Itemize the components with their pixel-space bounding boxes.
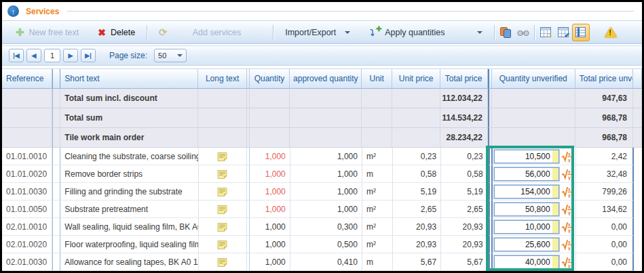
summary-total-price: 28.234,22 (440, 128, 487, 148)
reference-cell: 01.01.0030 (2, 183, 52, 201)
table-row[interactable]: 02.01.0010 Wall sealing, liquid sealing … (2, 218, 642, 236)
delete-x-icon: ✖ (98, 27, 106, 38)
quantity-unverified-cell: x y (493, 148, 576, 165)
collapse-up-arrow-icon[interactable]: ↑ (7, 5, 19, 17)
page-number-input[interactable]: 1 (44, 49, 60, 62)
quantity-unverified-input[interactable] (494, 238, 559, 251)
chevron-down-icon (345, 31, 350, 34)
quantity-cell: 1,000 (250, 165, 290, 183)
warning-triangle-icon[interactable]: ! (605, 27, 617, 37)
total-price-cell: 0,23 (441, 148, 489, 165)
formula-sqrt-xy-icon[interactable]: x y (561, 168, 573, 180)
col-header-unit[interactable]: Unit (362, 69, 392, 89)
table-row[interactable]: 01.01.0010 Cleaning the substrate, coars… (2, 148, 642, 165)
unit-price-cell: 2,65 (393, 201, 441, 218)
quantity-cell: 1,000 (250, 183, 290, 201)
unit-cell: m² (362, 183, 393, 201)
page-size-select[interactable]: 50 (154, 49, 187, 62)
col-header-quantity[interactable]: Quantity (250, 69, 290, 89)
approved-quantity-cell: 1,000 (290, 165, 362, 183)
quantity-unverified-input[interactable] (494, 255, 559, 269)
summary-row: Total sum 114.534,22 968,78 (2, 108, 642, 128)
last-page-button[interactable]: ▶| (81, 49, 96, 62)
svg-text:x: x (568, 152, 571, 156)
new-free-text-label: New free text (29, 28, 79, 37)
view-tree-button[interactable] (572, 24, 590, 41)
delete-button[interactable]: ✖ Delete (88, 24, 145, 41)
approved-quantity-cell: 0,410 (290, 253, 362, 271)
formula-sqrt-xy-icon[interactable]: x y (561, 221, 573, 233)
preview-button[interactable] (514, 24, 532, 41)
toolbar-separator (273, 25, 273, 40)
add-services-label: Add services (172, 28, 262, 37)
formula-sqrt-xy-icon[interactable]: x y (561, 256, 573, 268)
table-row[interactable]: 01.01.0030 Filling and grinding the subs… (2, 183, 642, 201)
formula-sqrt-xy-icon[interactable]: x y (561, 150, 573, 163)
col-header-short-text[interactable]: Short text (60, 69, 198, 89)
svg-text:x: x (568, 205, 571, 209)
total-price-unverified-cell: 799,26 (576, 183, 634, 201)
unit-price-cell: 20,93 (393, 218, 441, 236)
plus-icon: ✚ (16, 26, 24, 39)
view-unverified-button[interactable]: ⚠ (537, 24, 554, 41)
long-text-cell[interactable] (199, 183, 247, 201)
formula-sqrt-xy-icon[interactable]: x y (561, 203, 573, 215)
summary-total-price: 112.034,22 (440, 89, 487, 108)
chevron-down-icon (177, 54, 183, 57)
short-text-cell: Remove border strips (60, 165, 198, 183)
import-export-button[interactable]: Import/Export (276, 24, 360, 41)
long-text-cell[interactable] (199, 201, 247, 218)
table-row[interactable]: 01.01.0020 Remove border strips 1,000 1,… (2, 165, 642, 183)
col-header-long-text[interactable]: Long text (198, 69, 246, 89)
total-price-unverified-cell: 134,62 (576, 201, 634, 218)
long-text-cell[interactable] (199, 218, 247, 236)
long-text-cell[interactable] (199, 165, 247, 183)
quantity-unverified-input[interactable] (494, 150, 559, 163)
unit-price-cell: 20,93 (393, 236, 441, 253)
col-header-reference[interactable]: Reference (2, 69, 52, 89)
formula-sqrt-xy-icon[interactable]: x y (561, 186, 573, 198)
approved-quantity-cell: 0,500 (290, 236, 362, 253)
first-page-button[interactable]: |◀ (9, 49, 24, 62)
quantity-cell: 1,000 (250, 218, 290, 236)
column-splitter[interactable] (52, 69, 60, 89)
quantity-unverified-input[interactable] (494, 203, 559, 216)
col-header-total-price-unverified[interactable]: Total price unverified (575, 69, 633, 89)
refresh-icon: ⟳ (159, 26, 168, 39)
toolbar-separator (494, 25, 495, 40)
long-text-cell[interactable] (199, 253, 247, 271)
quantity-unverified-input[interactable] (494, 220, 559, 234)
prev-page-button[interactable]: ◀ (26, 49, 41, 62)
reference-cell: 02.01.0030 (2, 253, 52, 271)
table-header-row: Reference Short text Long text Quantity … (2, 68, 642, 89)
svg-text:x: x (568, 240, 571, 245)
import-export-label: Import/Export (285, 28, 336, 37)
note-icon (217, 205, 227, 214)
unit-cell: m (362, 165, 393, 183)
view-verified-button[interactable]: ✔ (554, 24, 572, 41)
summary-total-price-unverified: 947,63 (575, 89, 633, 108)
quantity-unverified-input[interactable] (494, 167, 559, 181)
formula-sqrt-xy-icon[interactable]: x y (561, 238, 573, 251)
reference-cell: 01.01.0010 (2, 148, 52, 165)
title-bar: ↑ Services (2, 2, 642, 20)
table-check-icon: ✔ (558, 27, 569, 37)
col-header-quantity-unverified[interactable]: Quantity unverified (492, 69, 575, 89)
table-row[interactable]: 02.01.0030 Allowance for sealing tapes, … (2, 253, 642, 271)
table-row[interactable]: 02.01.0020 Floor waterproofing, liquid s… (2, 236, 642, 253)
long-text-cell[interactable] (199, 236, 247, 253)
quantity-unverified-input[interactable] (494, 185, 559, 198)
table-row[interactable]: 01.01.0050 Substrate pretreatment 1,000 … (2, 201, 642, 218)
svg-text:x: x (568, 257, 571, 262)
svg-text:y: y (568, 246, 571, 251)
col-header-total-price[interactable]: Total price (440, 69, 487, 89)
quantity-unverified-cell: x y (493, 183, 576, 201)
apply-quantities-button[interactable]: ⤵✚ Apply quantities (360, 24, 491, 41)
summary-row: Tile work main order 28.234,22 968,78 (2, 128, 642, 148)
long-text-cell[interactable] (199, 148, 247, 165)
next-page-button[interactable]: ▶ (63, 49, 78, 62)
col-header-unit-price[interactable]: Unit price (392, 69, 440, 89)
copy-special-button[interactable] (497, 24, 514, 41)
col-header-approved-quantity[interactable]: approved quantity (290, 69, 362, 89)
total-price-cell: 5,19 (441, 183, 489, 201)
